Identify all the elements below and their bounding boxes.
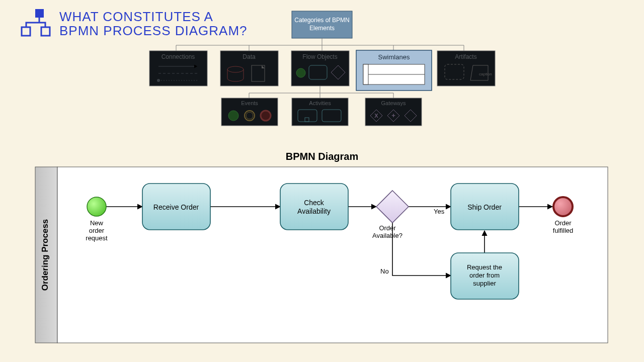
task-receive-order: Receive Order — [142, 184, 210, 230]
svg-text:X: X — [374, 113, 378, 119]
task-ship-order: Ship Order — [451, 184, 519, 230]
tree-card-label: Gateways — [381, 100, 406, 106]
svg-text:+: + — [391, 112, 395, 119]
lane-name: Ordering Process — [40, 219, 50, 291]
task-label: Receive Order — [153, 203, 199, 211]
svg-text:order: order — [89, 227, 105, 234]
diagram-title: BPMN Diagram — [286, 151, 358, 162]
svg-text:order from: order from — [469, 272, 500, 279]
tree-card-label: Data — [243, 53, 256, 60]
svg-rect-44 — [280, 184, 348, 230]
svg-point-54 — [553, 197, 573, 216]
svg-point-23 — [261, 111, 271, 121]
svg-point-10 — [296, 68, 305, 77]
tree-card-label: Artifacts — [455, 53, 476, 60]
task-label: Ship Order — [467, 203, 502, 211]
svg-rect-0 — [35, 9, 44, 18]
tree-card-events: Events — [221, 98, 278, 126]
tree-card-connections: Connections — [149, 51, 207, 86]
tree-root-line2: Elements — [309, 25, 335, 32]
svg-text:caption: caption — [479, 72, 492, 76]
svg-text:Check: Check — [304, 199, 325, 207]
edge-label-no: No — [380, 267, 389, 275]
tree-card-label: Connections — [162, 53, 195, 60]
task-check-availability: Check Availability — [280, 184, 348, 230]
page-title-line1: WHAT CONSTITUTES A — [59, 9, 213, 24]
tree-card-gateways: Gateways X + — [365, 98, 422, 126]
tree-card-label: Activities — [309, 100, 331, 106]
svg-text:Order: Order — [554, 219, 572, 227]
tree-card-activities: Activities — [292, 98, 348, 126]
svg-text:Available?: Available? — [372, 232, 403, 239]
svg-text:New: New — [90, 219, 104, 227]
tree-card-swimlanes: Swimlanes — [356, 50, 432, 90]
tree-card-data: Data — [220, 51, 278, 86]
svg-text:Request the: Request the — [467, 263, 502, 271]
tree-card-artifacts: Artifacts caption — [437, 51, 495, 86]
svg-text:Order: Order — [379, 224, 396, 232]
svg-text:request: request — [86, 234, 108, 242]
tree-card-flowobjects: Flow Objects — [291, 51, 349, 86]
tree-root-line1: Categories of BPMN — [294, 17, 349, 24]
logo-icon — [22, 9, 50, 36]
svg-rect-2 — [41, 27, 50, 36]
svg-text:fulfilled: fulfilled — [553, 227, 573, 234]
tree-card-label: Events — [241, 100, 258, 106]
edge-label-yes: Yes — [434, 208, 445, 215]
svg-text:Availability: Availability — [297, 207, 331, 215]
svg-point-39 — [87, 197, 106, 216]
tree-card-label: Flow Objects — [302, 53, 337, 60]
svg-point-20 — [228, 111, 238, 121]
page-title-line2: BPMN PROCESS DIAGRAM? — [59, 23, 248, 38]
svg-text:supplier: supplier — [473, 280, 496, 287]
tree-card-label: Swimlanes — [378, 53, 410, 61]
task-request-supplier: Request the order from supplier — [451, 253, 519, 299]
svg-point-5 — [157, 79, 160, 82]
svg-rect-14 — [363, 64, 368, 84]
svg-rect-1 — [22, 27, 30, 36]
